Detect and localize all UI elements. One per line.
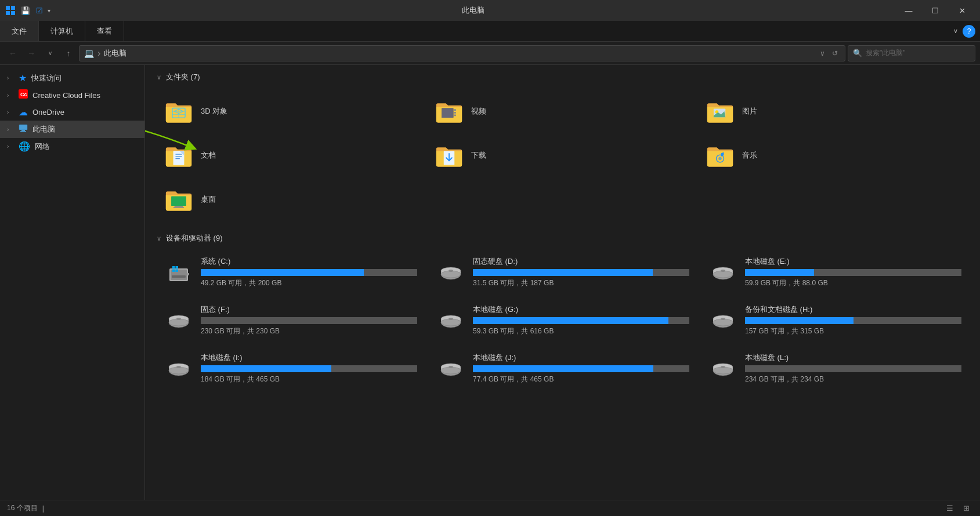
folder-item-2[interactable]: 图片 xyxy=(698,92,968,131)
sidebar-item-creative-cloud[interactable]: › Cc Creative Cloud Files xyxy=(0,86,144,104)
drive-name-2: 本地磁盘 (E:) xyxy=(745,256,961,267)
drive-icon-4 xyxy=(436,310,466,332)
expand-icon-onedrive: › xyxy=(7,109,14,115)
maximize-button[interactable]: ☐ xyxy=(922,0,949,21)
folder-item-6[interactable]: 桌面 xyxy=(157,180,427,219)
drive-info-3: 固态 (F:) 230 GB 可用，共 230 GB xyxy=(201,304,417,336)
drive-info-5: 备份和文档磁盘 (H:) 157 GB 可用，共 315 GB xyxy=(745,304,961,336)
svg-rect-13 xyxy=(454,109,457,111)
drive-item-3[interactable]: 固态 (F:) 230 GB 可用，共 230 GB xyxy=(157,301,424,340)
help-button[interactable]: ? xyxy=(963,25,975,38)
address-chevron-button[interactable]: ∨ xyxy=(818,48,827,59)
svg-rect-26 xyxy=(173,207,184,208)
folder-item-3[interactable]: 文档 xyxy=(157,136,427,175)
expand-icon-quick-access: › xyxy=(7,75,14,81)
folder-item-1[interactable]: 视频 xyxy=(427,92,697,131)
drive-bar-fill-1 xyxy=(473,269,653,276)
details-view-button[interactable]: ☰ xyxy=(943,503,957,514)
drives-section-header[interactable]: ∨ 设备和驱动器 (9) xyxy=(157,233,968,244)
drive-item-7[interactable]: 本地磁盘 (J:) 77.4 GB 可用，共 465 GB xyxy=(429,349,696,388)
folder-label-3: 文档 xyxy=(201,150,216,161)
search-bar[interactable]: 🔍 搜索"此电脑" xyxy=(848,45,975,61)
svg-rect-29 xyxy=(187,273,189,275)
menu-tab-file[interactable]: 文件 xyxy=(0,21,39,41)
properties-icon[interactable]: ☑ xyxy=(35,6,44,15)
svg-point-74 xyxy=(721,366,725,368)
svg-point-59 xyxy=(721,318,725,320)
svg-rect-1 xyxy=(11,6,15,10)
drive-item-1[interactable]: 固态硬盘 (D:) 31.5 GB 可用，共 187 GB xyxy=(429,253,696,292)
forward-button[interactable]: → xyxy=(23,45,39,61)
address-computer-icon: 💻 xyxy=(84,49,94,58)
drive-info-0: 系统 (C:) 49.2 GB 可用，共 200 GB xyxy=(201,256,417,288)
drive-space-6: 184 GB 可用，共 465 GB xyxy=(201,375,417,384)
up-button[interactable]: ↑ xyxy=(60,45,77,61)
folder-label-4: 下载 xyxy=(471,150,486,161)
folder-icon-1 xyxy=(434,96,464,126)
this-pc-icon xyxy=(19,123,28,135)
drive-name-6: 本地磁盘 (I:) xyxy=(201,353,417,363)
drive-bar-fill-2 xyxy=(745,269,814,276)
svg-rect-14 xyxy=(454,112,457,114)
sidebar-item-this-pc[interactable]: › 此电脑 xyxy=(0,121,144,138)
drive-name-5: 备份和文档磁盘 (H:) xyxy=(745,304,961,315)
minimize-button[interactable]: — xyxy=(895,0,922,21)
svg-rect-2 xyxy=(6,11,10,15)
drive-icon-7 xyxy=(436,358,466,380)
menu-tab-view[interactable]: 查看 xyxy=(85,21,124,41)
status-separator: | xyxy=(42,504,44,513)
drive-item-4[interactable]: 本地磁盘 (G:) 59.3 GB 可用，共 616 GB xyxy=(429,301,696,340)
drive-item-2[interactable]: 本地磁盘 (E:) 59.9 GB 可用，共 88.0 GB xyxy=(701,253,968,292)
drive-info-4: 本地磁盘 (G:) 59.3 GB 可用，共 616 GB xyxy=(473,304,689,336)
drive-item-8[interactable]: 本地磁盘 (L:) 234 GB 可用，共 234 GB xyxy=(701,349,968,388)
toolbar-dropdown-icon[interactable]: ▾ xyxy=(48,8,50,14)
window-controls: — ☐ ✕ xyxy=(895,0,975,21)
drive-icon-0 xyxy=(164,261,194,284)
drive-item-5[interactable]: 备份和文档磁盘 (H:) 157 GB 可用，共 315 GB xyxy=(701,301,968,340)
address-dropdown-button[interactable]: ∨ xyxy=(42,45,58,61)
svg-rect-31 xyxy=(172,266,175,269)
folders-section-header[interactable]: ∨ 文件夹 (7) xyxy=(157,72,968,82)
refresh-button[interactable]: ↺ xyxy=(830,48,840,59)
folders-chevron-icon: ∨ xyxy=(157,74,161,81)
svg-rect-25 xyxy=(175,206,183,207)
drive-name-4: 本地磁盘 (G:) xyxy=(473,304,689,315)
title-bar: 💾 ☑ ▾ 此电脑 — ☐ ✕ xyxy=(0,0,980,21)
sidebar-item-quick-access[interactable]: › ★ 快速访问 xyxy=(0,70,144,86)
svg-rect-32 xyxy=(176,266,179,269)
drive-item-6[interactable]: 本地磁盘 (I:) 184 GB 可用，共 465 GB xyxy=(157,349,424,388)
menu-toolbar: 文件 计算机 查看 ∨ ? xyxy=(0,21,980,42)
menu-tab-computer[interactable]: 计算机 xyxy=(39,21,85,41)
svg-rect-15 xyxy=(454,115,457,117)
svg-point-44 xyxy=(721,270,725,272)
drive-bar-bg-7 xyxy=(473,365,689,372)
back-button[interactable]: ← xyxy=(5,45,21,61)
folder-item-5[interactable]: 音乐 xyxy=(698,136,968,175)
large-icons-view-button[interactable]: ⊞ xyxy=(959,503,973,514)
drive-info-8: 本地磁盘 (L:) 234 GB 可用，共 234 GB xyxy=(745,353,961,384)
svg-rect-8 xyxy=(20,131,26,132)
svg-point-64 xyxy=(176,366,181,368)
svg-rect-7 xyxy=(21,130,25,131)
folder-label-0: 3D 对象 xyxy=(201,106,227,117)
quick-save-icon[interactable]: 💾 xyxy=(20,6,31,15)
drive-info-2: 本地磁盘 (E:) 59.9 GB 可用，共 88.0 GB xyxy=(745,256,961,288)
drive-icon-2 xyxy=(708,261,738,284)
drive-info-1: 固态硬盘 (D:) 31.5 GB 可用，共 187 GB xyxy=(473,256,689,288)
quick-access-icon: ★ xyxy=(19,72,27,83)
folder-item-4[interactable]: 下载 xyxy=(427,136,697,175)
ribbon-chevron-icon[interactable]: ∨ xyxy=(953,27,958,35)
drive-bar-fill-5 xyxy=(745,317,854,324)
sidebar-item-network[interactable]: › 🌐 网络 xyxy=(0,138,144,155)
drive-item-0[interactable]: 系统 (C:) 49.2 GB 可用，共 200 GB xyxy=(157,253,424,292)
title-text: 此电脑 xyxy=(54,5,892,16)
drive-bar-fill-4 xyxy=(473,317,668,324)
address-bar-actions: ∨ ↺ xyxy=(818,48,840,59)
close-button[interactable]: ✕ xyxy=(949,0,975,21)
sidebar-item-onedrive[interactable]: › ☁ OneDrive xyxy=(0,104,144,121)
folder-item-0[interactable]: 3D 对象 xyxy=(157,92,427,131)
address-bar[interactable]: 💻 › 此电脑 ∨ ↺ xyxy=(79,45,845,61)
svg-rect-3 xyxy=(11,11,15,15)
svg-point-69 xyxy=(449,366,453,368)
drive-info-6: 本地磁盘 (I:) 184 GB 可用，共 465 GB xyxy=(201,353,417,384)
